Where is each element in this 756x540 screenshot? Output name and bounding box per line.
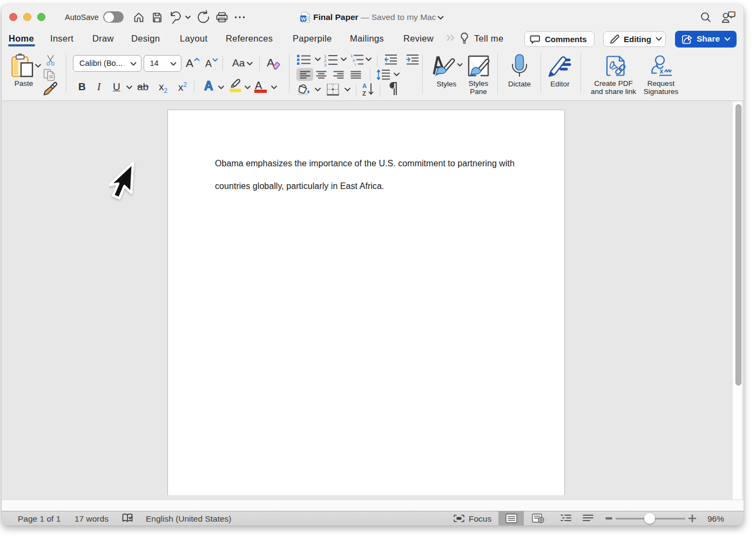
svg-text:W: W — [301, 16, 306, 22]
svg-text:Z: Z — [362, 90, 366, 97]
svg-text:3: 3 — [324, 63, 327, 66]
svg-text:x: x — [660, 68, 664, 75]
svg-text:i: i — [355, 62, 356, 66]
svg-text:A: A — [362, 83, 367, 89]
